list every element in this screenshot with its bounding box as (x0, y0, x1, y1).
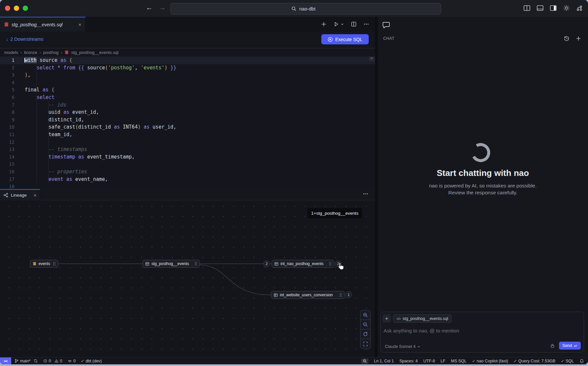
tab-close-icon[interactable]: × (78, 22, 81, 27)
editor-more-actions-icon[interactable] (363, 21, 369, 27)
settings-gear-icon[interactable] (563, 5, 570, 12)
code-line[interactable]: 18 (0, 183, 375, 189)
drag-handle-icon[interactable] (339, 293, 342, 297)
code-line[interactable]: 13 -- timestamps (0, 146, 375, 153)
execute-sql-button[interactable]: Execute SQL (321, 34, 369, 44)
model-selector[interactable]: Claude Sonnet 4 (385, 344, 420, 349)
code-text: ), (14, 72, 31, 78)
lineage-node-int-nao-posthog-events[interactable]: int_nao_posthog_events (272, 260, 334, 268)
new-chat-plus-icon[interactable] (575, 36, 581, 41)
drag-handle-icon[interactable] (329, 262, 332, 266)
drag-handle-icon[interactable] (53, 262, 56, 266)
code-line[interactable]: 10 safe_cast(distinct_id as INT64) as us… (0, 123, 375, 131)
zoom-in-button[interactable] (361, 310, 370, 320)
upstream-count-badge[interactable]: 2 (263, 260, 270, 267)
breadcrumb-file[interactable]: stg_posthog__events.sql (71, 50, 119, 55)
code-line[interactable]: 11 team_id, (0, 131, 375, 138)
language-mode[interactable]: MS SQL (451, 359, 467, 363)
search-input[interactable] (299, 6, 320, 12)
code-line[interactable]: 4 (0, 79, 375, 86)
broadcast-icon (67, 359, 72, 363)
code-line[interactable]: 14 timestamp as event_timestamp, (0, 153, 375, 161)
send-button[interactable]: Send ↵ (559, 342, 581, 350)
nav-back-icon[interactable]: ← (146, 4, 153, 12)
window-zoom-button[interactable] (23, 6, 28, 11)
check-icon: ✓ (472, 359, 475, 363)
toggle-secondary-sidebar-icon[interactable] (550, 5, 557, 11)
notifications-bell-icon[interactable] (579, 359, 584, 363)
add-attachment-button[interactable]: + (383, 314, 391, 323)
new-tab-plus-icon[interactable] (321, 21, 327, 27)
command-center-search[interactable] (171, 3, 441, 14)
dbt-env-status[interactable]: ✓ dbt (dev) (81, 359, 102, 363)
indentation-setting[interactable]: Spaces: 4 (399, 359, 418, 363)
code-line[interactable]: 12 (0, 138, 375, 146)
chat-bubble-icon[interactable] (382, 21, 390, 29)
sync-icon (34, 359, 38, 363)
window-minimize-button[interactable] (14, 6, 19, 11)
panel-divider[interactable] (375, 17, 378, 357)
code-line[interactable]: 15 (0, 160, 375, 168)
code-text (14, 161, 25, 167)
attachment-chip[interactable]: </> stg_posthog__events.sql (393, 314, 451, 323)
copilot-status[interactable]: ✓ nao Copilot (fast) (472, 359, 508, 363)
run-query-icon[interactable] (334, 21, 344, 27)
code-text: select * from {{ source('posthog', 'even… (14, 65, 176, 71)
editor-filter-widget[interactable] (369, 57, 375, 61)
eol-setting[interactable]: LF (441, 359, 445, 363)
remote-indicator[interactable]: >< (0, 357, 11, 364)
fit-view-button[interactable] (361, 339, 370, 349)
cursor-position[interactable]: Ln 1, Col 1 (374, 359, 394, 363)
code-line[interactable]: 7 -- ids (0, 101, 375, 109)
git-branch-status[interactable]: main* (14, 359, 38, 363)
sql-status[interactable]: ✓ SQL (561, 359, 574, 363)
breadcrumb-separator: › (20, 50, 22, 55)
down-arrow-icon: ↓ (6, 37, 8, 42)
nav-forward-icon[interactable]: → (159, 4, 166, 12)
drag-handle-icon[interactable] (195, 262, 197, 266)
window-close-button[interactable] (5, 6, 10, 11)
lineage-more-actions-icon[interactable] (363, 191, 368, 197)
line-number: 7 (0, 101, 14, 109)
code-line[interactable]: 9 distinct_id, (0, 116, 375, 124)
downstreams-link[interactable]: ↓ 2 Downstreams (6, 37, 43, 42)
tab-stg-posthog-events[interactable]: stg_posthog__events.sql × (0, 17, 86, 32)
lineage-close-icon[interactable]: × (34, 192, 37, 198)
tab-lineage[interactable]: Lineage × (0, 189, 40, 200)
sql-label: SQL (566, 359, 574, 363)
lineage-share-icon[interactable] (576, 5, 583, 12)
downstream-count-badge[interactable]: 1 (345, 291, 352, 298)
toggle-panel-icon[interactable] (537, 5, 544, 11)
split-editor-icon[interactable] (351, 21, 357, 27)
ports-status[interactable]: 0 (67, 359, 76, 363)
line-number: 2 (0, 64, 14, 72)
chat-message-input[interactable] (383, 328, 569, 334)
chat-input-container[interactable]: + </> stg_posthog__events.sql Claude Son… (380, 312, 584, 353)
code-line[interactable]: 2 select * from {{ source('posthog', 'ev… (0, 64, 375, 72)
code-line[interactable]: 17 event as event_name, (0, 176, 375, 183)
code-line[interactable]: 6 select (0, 94, 375, 101)
chat-history-icon[interactable] (564, 36, 570, 41)
statusbar-search-icon[interactable] (361, 358, 368, 364)
lineage-node-int-website-users-conversion[interactable]: int_website_users_conversion (271, 291, 345, 299)
lineage-graph[interactable]: 1+stg_posthog__events events stg_posthog… (0, 200, 375, 357)
code-text: -- timestamps (14, 146, 87, 152)
lineage-node-stg-posthog-events[interactable]: stg_posthog__events (143, 260, 200, 268)
code-editor[interactable]: 1with source as (2 select * from {{ sour… (0, 57, 375, 189)
encoding-setting[interactable]: UTF-8 (423, 359, 435, 363)
code-line[interactable]: 1with source as ( (0, 57, 375, 64)
code-line[interactable]: 3), (0, 71, 375, 79)
problems-status[interactable]: 0 0 (43, 359, 62, 363)
zoom-out-button[interactable] (361, 320, 370, 329)
lineage-node-events[interactable]: events (30, 260, 58, 268)
breadcrumb-bronze[interactable]: bronze (24, 50, 37, 55)
code-line[interactable]: 8 uuid as event_id, (0, 109, 375, 116)
breadcrumb-posthog[interactable]: posthog (43, 50, 58, 55)
lock-icon[interactable] (550, 343, 555, 348)
code-line[interactable]: 16 -- properties (0, 168, 375, 176)
query-cost-status[interactable]: ✓ Query Cost: 7.53GB (514, 359, 555, 363)
breadcrumb-models[interactable]: models (4, 50, 18, 55)
code-line[interactable]: 5final as ( (0, 86, 375, 94)
toggle-sidebar-icon[interactable] (523, 5, 530, 11)
reset-view-button[interactable] (361, 329, 370, 339)
